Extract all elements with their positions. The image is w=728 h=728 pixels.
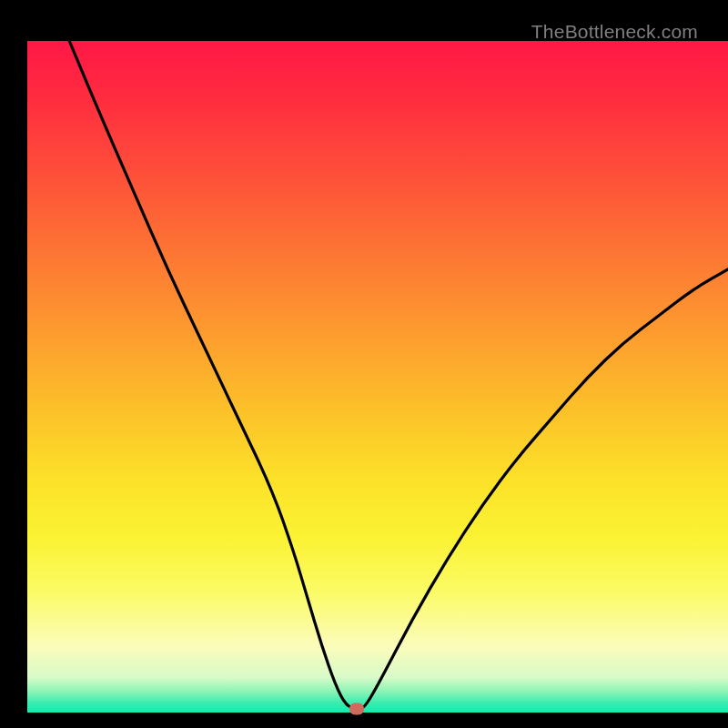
- plot-area: [27, 41, 728, 728]
- chart-frame: TheBottleneck.com: [14, 14, 714, 714]
- watermark-text: TheBottleneck.com: [531, 21, 698, 43]
- bottleneck-curve: [27, 41, 728, 728]
- optimal-point-marker: [349, 703, 364, 715]
